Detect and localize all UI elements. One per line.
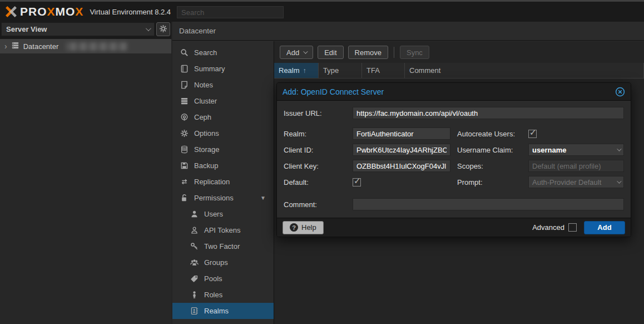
prompt-select[interactable]: Auth-Provider Default xyxy=(528,176,624,188)
sidebar-item-label: Permissions xyxy=(194,194,234,202)
sidebar-item-options[interactable]: Options xyxy=(172,125,274,141)
sidebar-item-label: Groups xyxy=(204,258,228,267)
close-icon[interactable] xyxy=(615,87,625,97)
chevron-down-icon xyxy=(617,146,621,151)
sidebar-item-label: Realms xyxy=(204,307,229,315)
sidebar-item-roles[interactable]: Roles xyxy=(172,287,274,303)
sidebar-item-users[interactable]: Users xyxy=(172,206,274,222)
sidebar-item-summary[interactable]: Summary xyxy=(172,61,274,77)
user-icon xyxy=(190,210,199,219)
sidebar-item-pools[interactable]: Pools xyxy=(172,271,274,287)
client-key-field[interactable] xyxy=(353,160,450,172)
caret-down-icon: ▼ xyxy=(260,195,266,201)
column-header-type[interactable]: Type xyxy=(319,63,362,78)
column-header-comment[interactable]: Comment xyxy=(405,63,644,78)
sidebar-item-label: Users xyxy=(204,210,223,218)
backup-icon xyxy=(180,161,189,170)
sidebar-item-label: Notes xyxy=(194,81,213,89)
realms-table-header: Realm↑TypeTFAComment xyxy=(274,63,644,78)
scopes-field[interactable] xyxy=(528,160,624,172)
sidebar-item-replication[interactable]: Replication xyxy=(172,174,274,190)
column-header-tfa[interactable]: TFA xyxy=(362,63,405,78)
edit-button[interactable]: Edit xyxy=(318,46,343,59)
sidebar-item-groups[interactable]: Groups xyxy=(172,254,274,271)
view-selector-label: Server View xyxy=(6,25,47,33)
sidebar-item-label: API Tokens xyxy=(204,226,241,234)
tree-expander-icon[interactable]: › xyxy=(4,42,7,51)
sync-button[interactable]: Sync xyxy=(400,46,429,59)
dialog-title: Add: OpenID Connect Server xyxy=(283,87,384,96)
sidebar-item-label: Replication xyxy=(194,178,230,186)
sidebar-item-two-factor[interactable]: Two Factor xyxy=(172,238,274,254)
person-icon xyxy=(190,291,199,300)
view-selector-combo[interactable]: Server View xyxy=(1,22,155,36)
scopes-label: Scopes: xyxy=(457,162,528,170)
sidebar-item-label: Summary xyxy=(194,65,225,73)
add-submit-button[interactable]: Add xyxy=(584,221,625,234)
comment-field[interactable] xyxy=(353,198,624,210)
prompt-label: Prompt: xyxy=(457,178,528,186)
sidebar-item-cluster[interactable]: Cluster xyxy=(172,93,274,109)
gear-icon xyxy=(159,24,167,35)
help-button[interactable]: ? Help xyxy=(283,221,324,234)
resource-tree-panel: Server View › Datacenter xyxy=(0,22,171,324)
add-button[interactable]: Add xyxy=(280,46,313,59)
sidebar-item-realms[interactable]: Realms xyxy=(172,303,274,319)
panel-header: Datacenter xyxy=(172,22,644,41)
tree-item-datacenter[interactable]: › Datacenter xyxy=(0,39,171,53)
server-icon xyxy=(11,41,19,51)
dialog-header[interactable]: Add: OpenID Connect Server xyxy=(277,83,631,101)
sidebar-item-ceph[interactable]: Ceph xyxy=(172,109,274,125)
note-icon xyxy=(180,81,189,90)
sidebar-item-api-tokens[interactable]: API Tokens xyxy=(172,222,274,238)
default-label: Default: xyxy=(284,178,353,186)
column-header-realm[interactable]: Realm↑ xyxy=(274,63,319,78)
app-header: PROXMOX Virtual Environment 8.2.4 xyxy=(0,2,644,22)
tree-settings-button[interactable] xyxy=(156,22,170,36)
unlock-icon xyxy=(180,194,189,203)
sidebar-item-label: Options xyxy=(194,129,219,138)
tree-item-label: Datacenter xyxy=(23,42,59,51)
search-icon xyxy=(180,48,189,57)
address-book-icon xyxy=(190,307,199,316)
cluster-icon xyxy=(180,97,189,106)
dialog-body: Issuer URL: Realm: Client ID: Client Key… xyxy=(277,101,631,218)
sidebar-item-label: Storage xyxy=(194,145,220,154)
sidebar-item-search[interactable]: Search xyxy=(172,45,274,61)
username-claim-select[interactable]: username xyxy=(528,144,624,156)
ceph-icon xyxy=(180,113,189,122)
sidebar-item-label: Search xyxy=(194,48,217,57)
realm-label: Realm: xyxy=(284,130,353,138)
sidebar-item-label: Backup xyxy=(194,161,218,170)
default-checkbox[interactable] xyxy=(353,178,361,186)
proxmox-logo: PROXMOX Virtual Environment 8.2.4 xyxy=(4,5,171,18)
users-icon xyxy=(190,258,199,267)
replication-icon xyxy=(180,178,189,186)
chevron-down-icon xyxy=(617,179,621,183)
username-claim-label: Username Claim: xyxy=(457,146,528,154)
gear-icon xyxy=(180,129,189,138)
resource-tree: › Datacenter xyxy=(0,38,171,324)
comment-label: Comment: xyxy=(284,200,353,209)
sidebar-item-ha[interactable]: HA▼ xyxy=(172,319,274,324)
sidebar-item-storage[interactable]: Storage xyxy=(172,141,274,158)
realm-field[interactable] xyxy=(353,127,450,140)
chevron-down-icon xyxy=(146,26,151,31)
client-id-label: Client ID: xyxy=(284,146,353,154)
sidebar-item-backup[interactable]: Backup xyxy=(172,158,274,174)
sidebar-item-label: Cluster xyxy=(194,97,217,105)
logo-wordmark: PROXMOX xyxy=(20,5,83,18)
client-id-field[interactable] xyxy=(353,144,450,156)
autocreate-users-checkbox[interactable] xyxy=(528,130,537,138)
global-search-input[interactable] xyxy=(177,6,284,18)
sort-asc-icon: ↑ xyxy=(303,67,306,75)
dialog-footer: ? Help Advanced Add xyxy=(277,218,631,237)
redacted-node-name xyxy=(66,42,128,51)
sidebar-item-notes[interactable]: Notes xyxy=(172,77,274,93)
remove-button[interactable]: Remove xyxy=(348,46,388,59)
advanced-label: Advanced xyxy=(532,223,564,232)
advanced-checkbox[interactable] xyxy=(568,223,577,232)
product-version-label: Virtual Environment 8.2.4 xyxy=(90,8,171,16)
issuer-url-field[interactable] xyxy=(353,107,624,119)
sidebar-item-permissions[interactable]: Permissions▼ xyxy=(172,190,274,206)
